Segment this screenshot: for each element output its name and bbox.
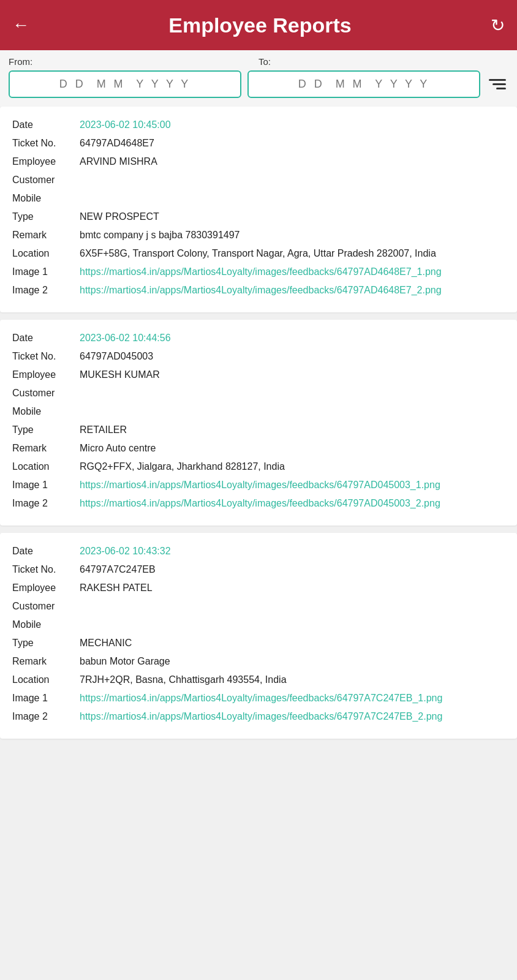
report-date-label: Date (12, 118, 80, 132)
page-title: Employee Reports (29, 13, 491, 37)
report-employee-row: EmployeeMUKESH KUMAR (12, 368, 505, 382)
report-ticket-no-label: Ticket No. (12, 136, 80, 151)
report-type-label: Type (12, 636, 80, 650)
report-image2-row: Image 2https://martios4.in/apps/Martios4… (12, 709, 505, 724)
report-image2-label: Image 2 (12, 283, 80, 298)
report-mobile-label: Mobile (12, 191, 80, 206)
report-card: Date2023-06-02 10:45:00Ticket No.64797AD… (0, 107, 517, 312)
report-customer-label: Customer (12, 599, 80, 614)
date-labels: From: To: (9, 56, 508, 67)
report-image1-label: Image 1 (12, 691, 80, 706)
report-type-value: NEW PROSPECT (80, 209, 505, 224)
report-mobile-value (80, 404, 505, 419)
report-location-label: Location (12, 673, 80, 687)
report-type-value: MECHANIC (80, 636, 505, 650)
report-customer-label: Customer (12, 386, 80, 401)
report-date-value: 2023-06-02 10:44:56 (80, 331, 505, 345)
date-filter-area: From: To: (0, 50, 517, 107)
report-image2-value[interactable]: https://martios4.in/apps/Martios4Loyalty… (80, 283, 505, 298)
report-location-row: LocationRGQ2+FFX, Jialgara, Jharkhand 82… (12, 459, 505, 474)
reports-list: Date2023-06-02 10:45:00Ticket No.64797AD… (0, 107, 517, 739)
date-inputs-row (9, 70, 508, 98)
report-mobile-row: Mobile (12, 191, 505, 206)
report-card: Date2023-06-02 10:44:56Ticket No.64797AD… (0, 320, 517, 526)
report-ticket-no-row: Ticket No.64797AD4648E7 (12, 136, 505, 151)
report-remark-row: Remarkbabun Motor Garage (12, 654, 505, 669)
report-type-label: Type (12, 209, 80, 224)
report-remark-value: Micro Auto centre (80, 441, 505, 456)
filter-icon-line1 (489, 79, 506, 81)
report-image2-label: Image 2 (12, 496, 80, 511)
report-type-row: TypeNEW PROSPECT (12, 209, 505, 224)
report-location-label: Location (12, 246, 80, 261)
report-image1-row: Image 1https://martios4.in/apps/Martios4… (12, 691, 505, 706)
report-mobile-label: Mobile (12, 404, 80, 419)
report-ticket-no-value: 64797AD4648E7 (80, 136, 505, 151)
report-mobile-value (80, 191, 505, 206)
header: ← Employee Reports ↻ (0, 0, 517, 50)
report-location-label: Location (12, 459, 80, 474)
report-type-label: Type (12, 423, 80, 437)
from-label: From: (9, 56, 258, 67)
report-card: Date2023-06-02 10:43:32Ticket No.64797A7… (0, 533, 517, 739)
report-image2-label: Image 2 (12, 709, 80, 724)
report-remark-value: babun Motor Garage (80, 654, 505, 669)
report-customer-label: Customer (12, 173, 80, 187)
report-image1-value[interactable]: https://martios4.in/apps/Martios4Loyalty… (80, 691, 505, 706)
report-employee-label: Employee (12, 154, 80, 169)
report-employee-row: EmployeeRAKESH PATEL (12, 581, 505, 595)
report-location-value: RGQ2+FFX, Jialgara, Jharkhand 828127, In… (80, 459, 505, 474)
report-customer-value (80, 173, 505, 187)
to-label: To: (258, 56, 508, 67)
report-location-row: Location6X5F+58G, Transport Colony, Tran… (12, 246, 505, 261)
report-image2-row: Image 2https://martios4.in/apps/Martios4… (12, 283, 505, 298)
report-customer-row: Customer (12, 386, 505, 401)
report-customer-row: Customer (12, 599, 505, 614)
report-date-label: Date (12, 331, 80, 345)
report-location-value: 6X5F+58G, Transport Colony, Transport Na… (80, 246, 505, 261)
report-date-row: Date2023-06-02 10:45:00 (12, 118, 505, 132)
report-ticket-no-row: Ticket No.64797A7C247EB (12, 562, 505, 577)
report-type-row: TypeRETAILER (12, 423, 505, 437)
report-customer-row: Customer (12, 173, 505, 187)
filter-icon-line2 (492, 83, 506, 85)
report-ticket-no-value: 64797AD045003 (80, 349, 505, 364)
report-type-row: TypeMECHANIC (12, 636, 505, 650)
report-image1-row: Image 1https://martios4.in/apps/Martios4… (12, 265, 505, 279)
report-date-label: Date (12, 544, 80, 559)
report-customer-value (80, 599, 505, 614)
report-image1-row: Image 1https://martios4.in/apps/Martios4… (12, 478, 505, 492)
report-employee-row: EmployeeARVIND MISHRA (12, 154, 505, 169)
report-ticket-no-row: Ticket No.64797AD045003 (12, 349, 505, 364)
report-employee-value: RAKESH PATEL (80, 581, 505, 595)
report-ticket-no-label: Ticket No. (12, 562, 80, 577)
report-ticket-no-label: Ticket No. (12, 349, 80, 364)
filter-icon-line3 (496, 88, 506, 89)
report-date-row: Date2023-06-02 10:43:32 (12, 544, 505, 559)
report-image1-value[interactable]: https://martios4.in/apps/Martios4Loyalty… (80, 478, 505, 492)
back-button[interactable]: ← (12, 15, 29, 35)
report-remark-label: Remark (12, 441, 80, 456)
report-image1-value[interactable]: https://martios4.in/apps/Martios4Loyalty… (80, 265, 505, 279)
report-date-value: 2023-06-02 10:45:00 (80, 118, 505, 132)
report-mobile-row: Mobile (12, 404, 505, 419)
report-type-value: RETAILER (80, 423, 505, 437)
refresh-button[interactable]: ↻ (491, 15, 505, 36)
report-mobile-label: Mobile (12, 617, 80, 632)
report-date-row: Date2023-06-02 10:44:56 (12, 331, 505, 345)
report-image2-value[interactable]: https://martios4.in/apps/Martios4Loyalty… (80, 709, 505, 724)
report-image2-value[interactable]: https://martios4.in/apps/Martios4Loyalty… (80, 496, 505, 511)
report-employee-label: Employee (12, 581, 80, 595)
from-date-input[interactable] (9, 70, 241, 98)
filter-button[interactable] (486, 77, 508, 92)
report-employee-label: Employee (12, 368, 80, 382)
report-mobile-value (80, 617, 505, 632)
report-remark-row: Remarkbmtc company j s bajba 7830391497 (12, 228, 505, 243)
report-remark-label: Remark (12, 228, 80, 243)
report-remark-row: RemarkMicro Auto centre (12, 441, 505, 456)
report-customer-value (80, 386, 505, 401)
to-date-input[interactable] (247, 70, 480, 98)
report-image1-label: Image 1 (12, 478, 80, 492)
report-mobile-row: Mobile (12, 617, 505, 632)
report-remark-value: bmtc company j s bajba 7830391497 (80, 228, 505, 243)
